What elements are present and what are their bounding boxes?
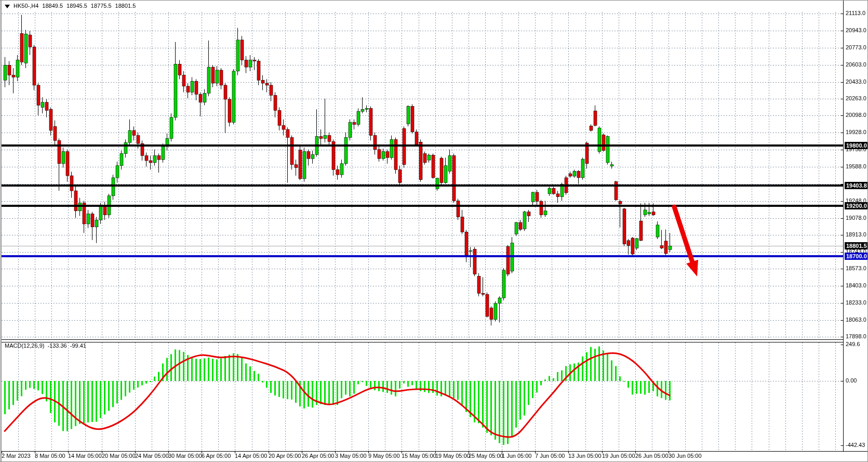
price-axis-label: 20098.0 <box>846 112 866 118</box>
macd-axis-label: 249.6 <box>846 341 860 348</box>
price-axis-label: 20263.0 <box>846 95 866 102</box>
price-badge-19200.0: 19200.0 <box>845 202 868 209</box>
time-axis-label: 2 Mar 2023 <box>2 453 31 459</box>
chart-window: HK50-,H418849.518945.518775.518801.5 MAC… <box>0 0 868 462</box>
title-low-value: 18775.5 <box>91 3 112 9</box>
price-axis-label: 21113.0 <box>846 10 865 17</box>
price-axis-label: 20773.0 <box>846 44 866 51</box>
time-axis-label: 6 Apr 05:00 <box>202 453 231 459</box>
chart-title-bar: HK50-,H418849.518945.518775.518801.5 <box>5 3 139 9</box>
price-axis-label: 18233.0 <box>846 299 866 306</box>
time-axis-label: 7 Jun 05:00 <box>535 453 565 459</box>
time-axis-label: 26 Apr 05:00 <box>302 453 334 459</box>
macd-axis-label: 0.00 <box>846 377 857 384</box>
time-axis-label: 20 Apr 05:00 <box>269 453 301 459</box>
time-axis-label: 30 Jun 05:00 <box>669 453 702 459</box>
price-axis-label: 18573.0 <box>846 265 866 272</box>
price-axis-label: 18403.0 <box>846 282 866 289</box>
time-axis-label: 14 Mar 05:00 <box>68 453 102 459</box>
price-axis-label: 17898.0 <box>846 333 866 340</box>
price-axis-label: 20943.0 <box>846 27 866 34</box>
time-axis-label: 15 May 05:00 <box>402 453 436 459</box>
title-high-value: 18945.5 <box>66 3 87 9</box>
time-axis-label: 13 Jun 05:00 <box>568 453 602 459</box>
macd-current-value: -133.36 <box>47 342 66 349</box>
price-axis-label: 18913.0 <box>846 231 866 238</box>
macd-indicator-label: MACD(12,26,9)-133.36-99.41 <box>5 342 89 349</box>
price-badge-19403.8: 19403.8 <box>845 182 868 189</box>
macd-name: MACD(12,26,9) <box>5 342 44 349</box>
time-axis-label: 19 Jun 05:00 <box>602 453 635 459</box>
time-axis-label: 24 Mar 05:00 <box>135 453 169 459</box>
price-badge-18801.5: 18801.5 <box>845 242 868 249</box>
time-axis-label: 3 May 05:00 <box>335 453 367 459</box>
time-axis-label: 26 Jun 05:00 <box>635 453 669 459</box>
time-axis-label: 14 Apr 05:00 <box>235 453 267 459</box>
price-axis-label: 19928.0 <box>846 129 866 136</box>
macd-signal-value: -99.41 <box>70 342 86 349</box>
time-axis-label: 30 Mar 05:00 <box>168 453 202 459</box>
time-axis-label: 1 Jun 05:00 <box>502 453 532 459</box>
price-axis-label: 19078.0 <box>846 215 866 221</box>
time-axis-label: 25 May 05:00 <box>469 453 503 459</box>
title-close-value: 18801.5 <box>115 3 136 9</box>
chart-canvas[interactable] <box>1 1 868 462</box>
price-axis-label: 18063.0 <box>846 316 866 323</box>
price-axis-label: 19588.0 <box>846 163 866 170</box>
time-axis-label: 9 May 05:00 <box>368 453 400 459</box>
macd-axis-label: -442.43 <box>846 442 865 448</box>
time-axis-label: 8 Mar 05:00 <box>35 453 65 459</box>
symbol-timeframe-label: HK50-,H4 <box>14 3 38 9</box>
time-axis-label: 19 May 05:00 <box>435 453 470 459</box>
time-axis-label: 20 Mar 05:00 <box>102 453 136 459</box>
title-open-value: 18849.5 <box>42 3 63 9</box>
price-axis-label: 20603.0 <box>846 61 866 68</box>
price-badge-18700.0: 18700.0 <box>845 253 868 260</box>
price-badge-19800.0: 19800.0 <box>845 142 868 149</box>
price-axis-label: 20433.0 <box>846 78 866 85</box>
chevron-down-icon[interactable] <box>5 5 10 8</box>
